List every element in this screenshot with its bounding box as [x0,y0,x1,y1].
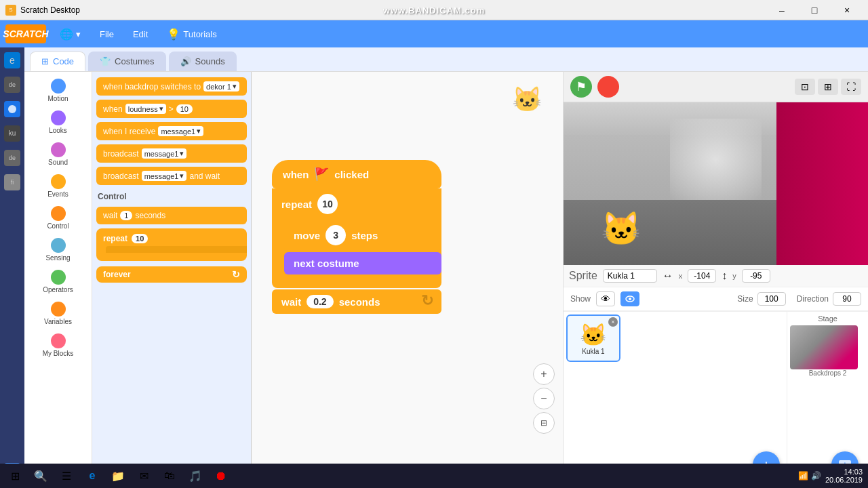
sensing-dot [51,238,66,253]
explorer-taskbar-btn[interactable]: 📁 [106,464,130,487]
sprite-label: Sprite [569,270,597,282]
category-looks[interactable]: Looks [24,106,92,138]
block-broadcast-val[interactable]: message1 ▾ [142,148,187,159]
stage-section-label: Stage [790,314,865,323]
repeat-header[interactable]: repeat 10 [272,188,441,220]
task-view-button[interactable]: ☰ [54,464,79,487]
myblocks-label: My Blocks [43,350,74,357]
show-label: Show [570,294,591,304]
operators-label: Operators [43,286,73,293]
tab-costumes[interactable]: 👕 Costumes [88,52,166,71]
code-tab-icon: ⊞ [41,56,49,66]
side-app-6[interactable]: fi [1,172,23,194]
side-app-2[interactable]: de [1,75,23,96]
block-repeat-palette[interactable]: repeat 10 [96,228,247,261]
block-msg1[interactable]: message1 ▾ [158,126,203,136]
stage-thumb[interactable] [790,325,858,369]
edge-taskbar-btn[interactable]: e [80,464,104,487]
block-backdrop-val[interactable]: dekor 1 ▾ [203,81,239,92]
block-backdrop-switch[interactable]: when backdrop switches to dekor 1 ▾ [96,77,247,96]
tab-code[interactable]: ⊞ Code [30,52,85,71]
sprite-thumb-kukla1[interactable]: 🐱 Kukla 1 × [566,314,620,362]
cat-sprite-watermark: 🐱 [512,85,542,114]
globe-icon: 🌐 [60,28,73,41]
zoom-fit-button[interactable]: ⊟ [533,412,555,434]
sprite-name-input[interactable] [603,269,657,283]
y-arrow-icon: ↕ [722,270,727,282]
zoom-in-button[interactable]: + [533,363,555,385]
stage-background: 🐱 [564,102,868,265]
tab-sounds[interactable]: 🔊 Sounds [169,52,237,71]
category-sensing[interactable]: Sensing [24,234,92,266]
green-flag-hat: 🚩 [314,167,329,182]
category-operators[interactable]: Operators [24,266,92,298]
block-broadcast-wait-val[interactable]: message1 ▾ [142,171,187,181]
search-button[interactable]: 🔍 [28,464,53,487]
xy-arrow-icon: ↔ [663,270,673,282]
x-input[interactable] [688,269,716,283]
show-eye-open[interactable]: 👁 [596,291,615,306]
show-eye-closed[interactable] [620,291,639,306]
side-app-1[interactable]: e [1,50,23,72]
stage-normal-btn[interactable]: ⊞ [818,79,838,95]
music-taskbar-btn[interactable]: 🎵 [183,464,208,487]
green-flag-button[interactable]: ⚑ [570,76,592,98]
edit-menu[interactable]: Edit [127,26,153,42]
start-button[interactable]: ⊞ [3,464,27,487]
sensing-label: Sensing [45,254,70,262]
size-input[interactable] [757,292,786,306]
direction-label: Direction [797,294,829,304]
block-wait-seconds[interactable]: wait 1 seconds [96,207,247,224]
sprite-info-bar: Sprite ↔ x ↕ y [564,265,868,287]
globe-menu[interactable]: 🌐 ▾ [54,25,86,43]
category-myblocks[interactable]: My Blocks [24,329,92,361]
category-motion[interactable]: Motion [24,75,92,106]
costumes-tab-icon: 👕 [100,56,111,66]
sprite-info-inner: Sprite ↔ x ↕ y [569,269,863,283]
stage-small-btn[interactable]: ⊡ [795,79,815,95]
side-app-5[interactable]: de [1,148,23,169]
titlebar-controls: – □ × [766,0,863,20]
record-taskbar-btn[interactable]: ⏺ [209,464,233,487]
svg-point-0 [8,105,16,113]
hat-clicked-text: clicked [334,169,369,180]
svg-point-2 [629,298,631,300]
block-loudness[interactable]: when loudness ▾ > 10 [96,100,247,118]
sprite-delete-btn[interactable]: × [608,317,618,327]
maximize-button[interactable]: □ [799,0,830,20]
block-broadcast-wait[interactable]: broadcast message1 ▾ and wait [96,167,247,185]
block-loudness-val[interactable]: loudness ▾ [125,104,166,114]
script-area[interactable]: 🐱 when 🚩 clicked repeat 10 [252,72,563,488]
close-button[interactable]: × [831,0,863,20]
looks-label: Looks [49,127,67,134]
category-variables[interactable]: Variables [24,298,92,329]
side-app-3[interactable] [1,99,23,121]
direction-input[interactable] [833,292,861,306]
move-block[interactable]: move 3 steps [284,220,441,251]
block-forever[interactable]: forever ↻ [96,266,247,283]
stage-canvas[interactable]: 🐱 [564,102,868,265]
dir-section: Direction [797,292,861,306]
side-app-4[interactable]: ku [1,123,23,145]
category-control[interactable]: Control [24,202,92,234]
minimize-button[interactable]: – [766,0,797,20]
category-events[interactable]: Events [24,170,92,202]
category-sound[interactable]: Sound [24,138,92,170]
block-broadcast[interactable]: broadcast message1 ▾ [96,144,247,163]
c-block-bottom [272,274,441,283]
block-receive[interactable]: when I receive message1 ▾ [96,122,247,140]
zoom-out-button[interactable]: − [533,388,555,409]
file-menu[interactable]: File [94,26,119,42]
sounds-tab-label: Sounds [195,56,225,66]
store-taskbar-btn[interactable]: 🛍 [157,464,182,487]
tutorials-menu[interactable]: 💡 Tutorials [161,25,222,43]
y-input[interactable] [742,269,770,283]
next-costume-block[interactable]: next costume [284,252,441,274]
mail-taskbar-btn[interactable]: ✉ [132,464,156,487]
globe-arrow: ▾ [76,29,81,39]
hat-block[interactable]: when 🚩 clicked [272,160,441,188]
stop-button[interactable] [597,76,619,98]
wait-block[interactable]: wait 0.2 seconds ↻ [272,289,441,314]
sprite-thumb-cat-icon: 🐱 [580,322,607,348]
stage-fullscreen-btn[interactable]: ⛶ [841,79,861,95]
